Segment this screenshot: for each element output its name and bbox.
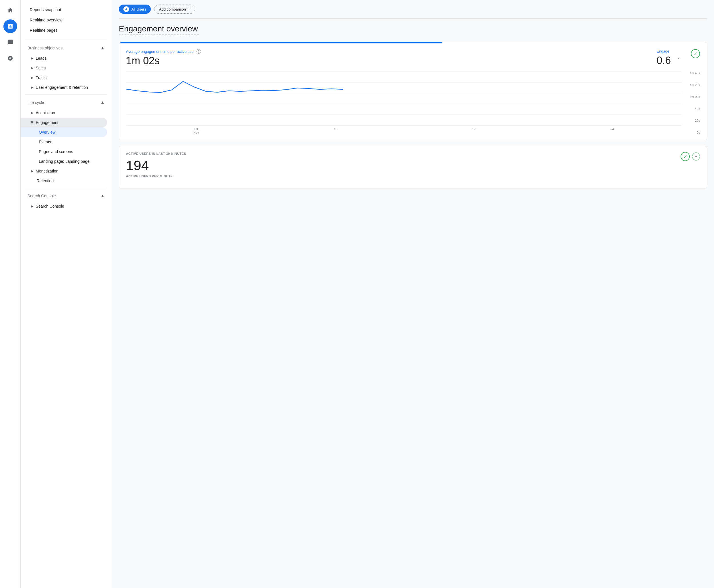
traffic-item[interactable]: ▶ Traffic [21,73,107,83]
nav-sidebar: Reports snapshot Realtime overview Realt… [21,0,112,588]
active-check-icon[interactable]: ✓ [680,152,690,161]
arrow-icon: ▶ [31,66,34,70]
card-content: ‹ Average engagement time per active use… [119,43,707,140]
metric-2-label: Engage [657,49,684,54]
nav-divider-3 [25,188,107,188]
nav-divider-2 [25,94,107,95]
main-content: A All Users Add comparison + Engagement … [112,0,714,588]
plus-icon: + [188,6,190,12]
active-users-label: ACTIVE USERS IN LAST 30 MINUTES [126,152,186,155]
icon-sidebar [0,0,21,588]
page-title: Engagement overview [119,24,707,34]
search-console-section-label: Search Console [27,194,56,198]
arrow-icon: ▶ [31,169,34,173]
arrow-icon: ▶ [31,85,34,89]
top-bar: A All Users Add comparison + [119,4,707,19]
y-label-2: 1m 00s [683,95,700,99]
chart-x-labels: 03 Nov 10 17 24 [126,127,681,134]
y-label-3: 40s [683,107,700,110]
x-label-17: 17 [472,127,476,134]
arrow-icon: ▶ [31,204,34,208]
add-comparison-label: Add comparison [159,7,186,12]
chat-icon[interactable] [3,36,17,49]
active-users-per-min-label: ACTIVE USERS PER MINUTE [126,174,186,178]
x-label-03: 03 Nov [193,127,199,134]
landing-page-sub-item[interactable]: Landing page: Landing page [21,156,107,166]
nav-divider-1 [25,40,107,40]
life-cycle-section: Life cycle ▲ ▶ Acquisition ▶ Engagement … [21,97,112,186]
card2-actions: ✓ ▼ [680,152,700,161]
chevron-up-icon: ▲ [100,45,105,50]
life-cycle-header[interactable]: Life cycle ▲ [21,97,112,108]
pages-and-screens-sub-item[interactable]: Pages and screens [21,147,107,156]
chevron-up-icon: ▲ [100,100,105,105]
realtime-pages[interactable]: Realtime pages [25,25,107,36]
arrow-icon: ▶ [31,56,34,60]
search-console-item-label: Search Console [36,204,64,208]
acquisition-item[interactable]: ▶ Acquisition [21,108,107,118]
metric-nav-right-button[interactable]: › [674,54,683,63]
life-cycle-label: Life cycle [27,100,44,105]
arrow-icon: ▶ [31,111,34,115]
arrow-icon: ▶ [31,76,34,80]
business-objectives-label: Business objectives [27,46,63,50]
user-engagement-label: User engagement & retention [36,85,88,90]
monetization-item[interactable]: ▶ Monetization [21,166,107,176]
chart-y-labels: 1m 40s 1m 20s 1m 00s 40s 20s 0s [683,71,700,134]
overview-sub-item[interactable]: Overview [21,127,107,137]
engagement-label: Engagement [36,120,58,125]
card2-top-row: ACTIVE USERS IN LAST 30 MINUTES 194 ACTI… [126,152,700,183]
add-comparison-button[interactable]: Add comparison + [154,4,195,14]
retention-label: Retention [31,178,54,183]
metric-1-value: 1m 02s [126,55,650,67]
segment-avatar: A [123,6,129,12]
all-users-segment[interactable]: A All Users [119,4,151,14]
monetization-label: Monetization [36,169,58,173]
retention-item[interactable]: Retention [21,176,107,186]
x-label-24: 24 [611,127,614,134]
leads-item[interactable]: ▶ Leads [21,54,107,63]
dropdown-button[interactable]: ▼ [692,152,700,161]
nav-top-items: Reports snapshot Realtime overview Realt… [21,2,112,38]
check-icon[interactable]: ✓ [691,49,700,58]
segment-label: All Users [131,7,146,12]
y-label-0: 1m 40s [683,71,700,75]
chart-area: 1m 40s 1m 20s 1m 00s 40s 20s 0s 03 Nov 1… [126,71,700,134]
metric-1-label: Average engagement time per active user … [126,49,650,54]
realtime-overview[interactable]: Realtime overview [25,15,107,25]
search-console-section: Search Console ▲ ▶ Search Console [21,190,112,211]
chevron-up-icon: ▲ [100,193,105,198]
business-objectives-header[interactable]: Business objectives ▲ [21,43,112,54]
search-console-header[interactable]: Search Console ▲ [21,190,112,201]
acquisition-label: Acquisition [36,110,55,115]
metric-row: ‹ Average engagement time per active use… [126,49,700,67]
engagement-metric-card: ‹ Average engagement time per active use… [119,42,707,140]
title-underline [119,35,199,35]
sales-label: Sales [36,66,46,70]
events-sub-item[interactable]: Events [21,137,107,147]
engagement-item[interactable]: ▶ Engagement [21,118,107,127]
business-objectives-section: Business objectives ▲ ▶ Leads ▶ Sales ▶ … [21,43,112,92]
home-icon[interactable] [3,3,17,17]
traffic-label: Traffic [36,76,46,80]
chart-grid-lines [126,71,681,126]
user-engagement-item[interactable]: ▶ User engagement & retention [21,83,107,92]
reports-snapshot[interactable]: Reports snapshot [25,4,107,15]
leads-label: Leads [36,56,46,61]
y-label-4: 20s [683,119,700,122]
info-icon[interactable]: ? [196,49,201,54]
analytics-icon[interactable] [3,19,17,33]
active-users-left: ACTIVE USERS IN LAST 30 MINUTES 194 ACTI… [126,152,186,183]
assistant-icon[interactable] [3,51,17,65]
active-users-card: ACTIVE USERS IN LAST 30 MINUTES 194 ACTI… [119,146,707,188]
active-users-card-content: ACTIVE USERS IN LAST 30 MINUTES 194 ACTI… [119,146,707,188]
metric-block-1: Average engagement time per active user … [126,49,657,67]
y-label-5: 0s [683,131,700,134]
y-label-1: 1m 20s [683,83,700,87]
active-users-value: 194 [126,158,186,173]
metric-nav-left-button[interactable]: ‹ [123,54,132,63]
arrow-down-icon: ▶ [30,121,34,124]
x-label-10: 10 [334,127,337,134]
sales-item[interactable]: ▶ Sales [21,63,107,73]
search-console-item[interactable]: ▶ Search Console [21,201,107,211]
